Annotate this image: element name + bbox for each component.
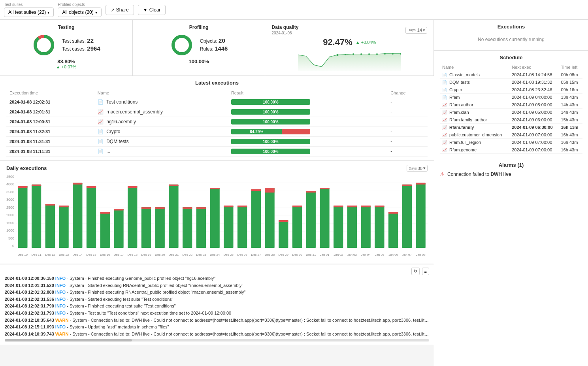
svg-point-10	[376, 53, 378, 55]
result-bar: 100.00%	[231, 109, 310, 115]
log-line: 2024-01-08 12:02:31.536 INFO - System - …	[5, 296, 429, 303]
schedule-time-left-cell: 16h 43m	[559, 146, 582, 154]
exec-name-cell: 📈 rnacen.ensembl_assembly	[94, 107, 228, 117]
table-row: 2024-01-08 11:32:31 📄 Crypto 64.29% -	[6, 127, 428, 137]
schedule-name-cell: 📄 DQM tests	[440, 79, 509, 86]
bar-red	[87, 186, 96, 188]
daily-days-arrow-icon: ▾	[423, 166, 426, 171]
schedule-name-text: Classic_models	[449, 72, 480, 77]
rules-label: Rules:	[200, 46, 213, 52]
schedule-type-icon: 📄	[442, 88, 447, 92]
dq-title-row: Data quality 2024-01-08 Days 14 ▾	[271, 25, 427, 36]
exec-name-cell: 📈 hg16.acembly	[94, 117, 228, 127]
bar-label: Dec 16	[100, 253, 110, 257]
dq-pct-row: 92.47% ▲ +0.04%	[323, 37, 376, 47]
schedule-name-text: Rfam	[449, 95, 460, 100]
share-icon: ↗	[111, 7, 115, 13]
bar-label: Jan 04	[361, 253, 371, 257]
log-timestamp: 2024-01-08 14:10:39.743	[5, 332, 54, 336]
bar-green	[347, 206, 357, 248]
log-level: WARN	[55, 332, 69, 336]
exec-result-cell: 64.29%	[228, 127, 387, 137]
schedule-next-exec-cell: 2024-01-09 05:00:00	[509, 101, 558, 109]
exec-type-icon: 📈	[98, 109, 104, 115]
schedule-time-left-cell: 05h 15m	[559, 79, 582, 86]
bar-green	[155, 207, 165, 248]
schedule-next-exec-cell: 2024-01-09 07:00:00	[509, 131, 558, 139]
profiled-objects-group: Profiled objects All objects (20) ▾	[58, 2, 101, 17]
bar-red	[375, 206, 384, 207]
schedule-type-icon: 📄	[442, 95, 447, 100]
test-suites-dropdown[interactable]: All test suites (22) ▾	[4, 8, 54, 17]
alarms-title: Alarms (1)	[440, 162, 582, 168]
bar-green	[334, 206, 343, 248]
result-bar-green: 100.00%	[231, 139, 310, 144]
exec-name-text: Test conditions	[106, 99, 138, 105]
bar-red	[361, 206, 371, 207]
table-row: 2024-01-08 11:31:31 📄 DQM tests 100.00% …	[6, 137, 428, 147]
log-level: INFO	[55, 276, 66, 281]
share-label: Share	[116, 7, 129, 13]
bar-red	[183, 207, 192, 209]
schedule-name-text: Rfam.family	[449, 125, 474, 130]
col-change: Change	[387, 89, 428, 97]
schedule-row: 📄 DQM tests 2024-01-08 19:31:32 05h 15m	[440, 79, 582, 86]
latest-executions-title: Latest executions	[6, 80, 428, 86]
schedule-type-icon: 📄	[442, 80, 447, 85]
test-suites-group: Test suites All test suites (22) ▾	[4, 2, 54, 17]
bar-red	[128, 186, 137, 188]
bar-red	[210, 188, 220, 189]
log-level: INFO	[55, 290, 66, 294]
latest-executions-section: Latest executions Execution time Name Re…	[0, 76, 434, 161]
rules-value: 1446	[215, 45, 228, 52]
bar-red	[73, 183, 82, 185]
clear-button[interactable]: ▼ Clear	[138, 5, 166, 15]
daily-days-selector[interactable]: Days 30 ▾	[407, 165, 428, 172]
alarm-warning-icon: ⚠	[440, 171, 445, 177]
test-suites-label: Test suites	[4, 2, 54, 7]
dq-days-selector[interactable]: Days 14 ▾	[405, 27, 427, 34]
log-timestamp: 2024-01-08 12:01:31.520	[5, 283, 54, 288]
schedule-name-cell: 📈 Rfam.full_region	[440, 139, 509, 146]
test-cases-value: 2964	[87, 45, 100, 52]
bar-label: Dec 20	[155, 253, 165, 257]
exec-result-cell: 100.00%	[228, 117, 387, 127]
exec-time-cell: 2024-01-08 11:31:31	[6, 137, 94, 147]
bar-label: Dec 21	[169, 253, 179, 257]
exec-change-cell: -	[387, 97, 428, 107]
testing-title: Testing	[58, 25, 74, 30]
log-refresh-button[interactable]: ↻	[411, 268, 420, 275]
bar-green	[196, 207, 206, 248]
log-scrollbar-thumb[interactable]	[5, 339, 132, 341]
log-message: - System - Connection failed to: DWH liv…	[68, 318, 429, 323]
bar-red	[306, 191, 316, 192]
bar-red	[320, 188, 329, 189]
dq-change: ▲ +0.04%	[356, 40, 376, 45]
bar-red	[279, 220, 288, 222]
profiled-objects-dropdown[interactable]: All objects (20) ▾	[58, 8, 101, 17]
log-menu-button[interactable]: ≡	[422, 268, 429, 275]
bar-green	[210, 188, 220, 248]
bar-red	[32, 185, 41, 186]
schedule-col-time-left: Time left	[559, 64, 582, 71]
schedule-next-exec-cell: 2024-01-09 06:30:00	[509, 124, 558, 131]
schedule-section: Schedule Name Next exec Time left 📄 Clas…	[434, 51, 588, 158]
schedule-col-name: Name	[440, 64, 509, 71]
log-scrollbar[interactable]	[5, 339, 429, 341]
bar-green	[361, 206, 371, 248]
executions-right-title: Executions	[440, 24, 582, 30]
share-button[interactable]: ↗ Share	[106, 5, 134, 15]
exec-result-cell: 100.00%	[228, 97, 387, 107]
schedule-next-exec-cell: 2024-01-08 23:32:46	[509, 86, 558, 94]
schedule-name-cell: 📄 Crypto	[440, 86, 509, 94]
schedule-name-cell: 📈 Rfam.family	[440, 124, 509, 131]
result-bar-green: 100.00%	[231, 109, 310, 115]
exec-change-cell: -	[387, 127, 428, 137]
profiled-objects-label: Profiled objects	[58, 2, 101, 7]
schedule-row: 📈 Rfam.author 2024-01-09 05:00:00 14h 43…	[440, 101, 582, 109]
exec-result-cell: 100.00%	[228, 147, 387, 157]
profiling-card: Profiling Objects: 20	[133, 20, 266, 75]
dq-sparkline	[298, 49, 401, 71]
schedule-name-text: DQM tests	[449, 80, 470, 85]
bar-label: Dec 19	[141, 253, 151, 257]
